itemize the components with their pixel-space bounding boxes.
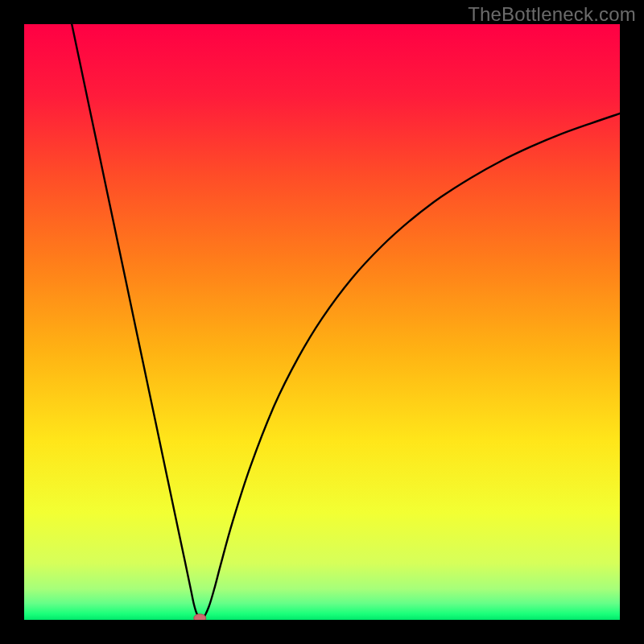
plot-area: [24, 24, 620, 620]
watermark-text: TheBottleneck.com: [468, 3, 636, 26]
chart-frame: TheBottleneck.com: [0, 0, 644, 644]
minimum-marker: [194, 614, 206, 620]
gradient-background: [24, 24, 620, 620]
chart-svg: [24, 24, 620, 620]
